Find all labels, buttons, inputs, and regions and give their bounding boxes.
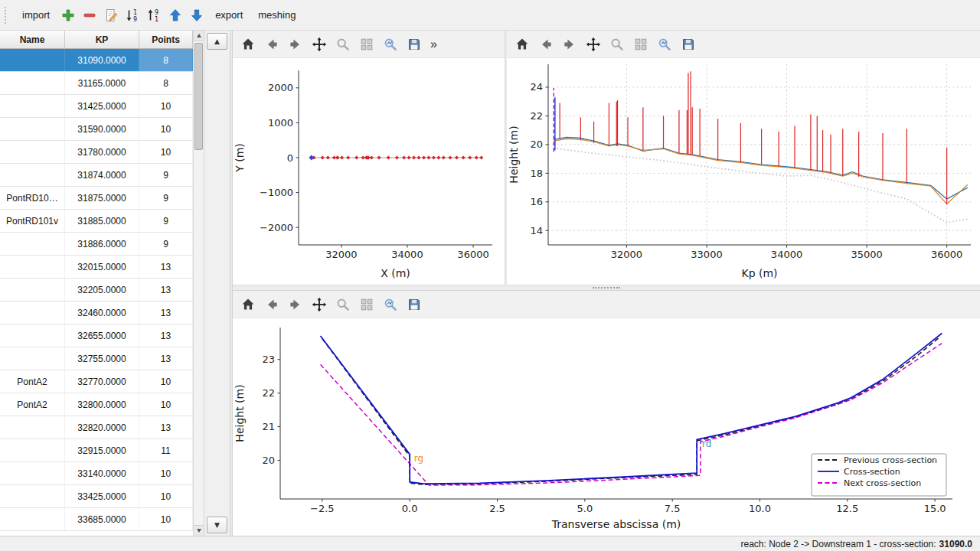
save-button[interactable]: [403, 294, 425, 315]
home-button[interactable]: [237, 294, 259, 315]
zoom-button[interactable]: [332, 294, 354, 315]
table-row[interactable]: 32820.000013: [0, 416, 193, 439]
customize-icon: [383, 297, 398, 312]
back-button[interactable]: [261, 34, 283, 55]
edit-button[interactable]: [101, 5, 121, 25]
back-button[interactable]: [535, 34, 557, 55]
plan-view-chart[interactable]: 320003400036000−2000−1000010002000X (m)Y…: [233, 58, 505, 285]
svg-text:1000: 1000: [268, 117, 293, 129]
cell-kp: 31885.0000: [65, 210, 139, 232]
customize-button[interactable]: [380, 34, 401, 55]
customize-button[interactable]: [654, 34, 675, 55]
svg-text:Transverse abscissa (m): Transverse abscissa (m): [551, 518, 681, 530]
toolbar-grip[interactable]: [5, 7, 9, 24]
save-button[interactable]: [403, 34, 425, 55]
column-header-kp[interactable]: KP: [65, 31, 139, 48]
add-button[interactable]: [58, 5, 78, 25]
table-row[interactable]: PontA232770.000010: [0, 370, 193, 393]
customize-button[interactable]: [380, 294, 401, 315]
zoom-button[interactable]: [606, 34, 628, 55]
plan-view-toolbar: »: [233, 31, 505, 58]
home-button[interactable]: [511, 34, 533, 55]
table-row[interactable]: 31780.000010: [0, 141, 193, 164]
cell-name: [0, 118, 65, 140]
forward-button[interactable]: [559, 34, 580, 55]
scroll-down-icon: [197, 529, 201, 533]
pan-button[interactable]: [309, 294, 330, 315]
cell-kp: 32205.0000: [65, 279, 139, 301]
table-row[interactable]: 31874.00009: [0, 164, 193, 187]
table-row[interactable]: 31590.000010: [0, 118, 193, 141]
table-row[interactable]: PontRD10…31875.00009: [0, 187, 193, 210]
longitudinal-profile-chart[interactable]: 3200033000340003500036000141618202224Kp …: [507, 58, 980, 285]
plots-panel: » 320003400036000−2000−1000010002000X (m…: [233, 31, 980, 536]
pan-button[interactable]: [583, 34, 604, 55]
svg-text:2.5: 2.5: [489, 503, 505, 514]
table-row[interactable]: 32655.000013: [0, 324, 193, 347]
zoom-button[interactable]: [332, 34, 354, 55]
forward-icon: [288, 297, 303, 312]
cell-name: [0, 164, 65, 186]
cross-section-chart[interactable]: rgrd−2.50.02.55.07.510.012.515.020212223…: [233, 318, 980, 536]
table-row[interactable]: 32205.000013: [0, 279, 193, 302]
back-button[interactable]: [261, 294, 283, 315]
table-row[interactable]: 31090.00008: [0, 49, 193, 72]
table-row[interactable]: 33140.000010: [0, 462, 193, 485]
menu-meshing[interactable]: meshing: [251, 5, 302, 24]
svg-text:24: 24: [530, 81, 543, 93]
table-row[interactable]: 32460.000013: [0, 302, 193, 324]
sort-descending-button[interactable]: 91: [144, 5, 164, 25]
pan-button[interactable]: [309, 34, 330, 55]
remove-button[interactable]: [80, 5, 100, 25]
subplots-button[interactable]: [356, 34, 377, 55]
move-up-button[interactable]: [165, 5, 185, 25]
scroll-down-button[interactable]: [194, 525, 204, 536]
horizontal-splitter[interactable]: [233, 285, 980, 291]
table-row[interactable]: 31886.00009: [0, 233, 193, 256]
back-icon: [264, 37, 279, 52]
cell-kp: 32770.0000: [65, 370, 139, 393]
table-row[interactable]: 33685.000010: [0, 508, 193, 531]
scroll-up-button[interactable]: [194, 31, 204, 41]
move-row-up-button[interactable]: ▲: [207, 33, 227, 50]
svg-text:5.0: 5.0: [577, 503, 593, 514]
table-row[interactable]: 33425.000010: [0, 485, 193, 508]
cell-name: [0, 347, 65, 370]
svg-text:32000: 32000: [325, 249, 357, 260]
move-row-down-button[interactable]: ▼: [207, 517, 227, 533]
save-button[interactable]: [678, 34, 699, 55]
column-header-name[interactable]: Name: [0, 31, 65, 48]
move-down-button[interactable]: [187, 5, 207, 25]
cell-points: 13: [139, 416, 193, 439]
table-row[interactable]: 32015.000013: [0, 256, 193, 279]
table-row[interactable]: PontA232800.000010: [0, 393, 193, 416]
table-row[interactable]: 31425.000010: [0, 95, 193, 118]
table-row[interactable]: 32915.000011: [0, 439, 193, 462]
svg-text:9: 9: [133, 16, 137, 23]
scrollbar-thumb[interactable]: [194, 43, 203, 150]
forward-button[interactable]: [285, 294, 306, 315]
sort-ascending-button[interactable]: 19: [122, 5, 142, 25]
menu-export[interactable]: export: [208, 5, 250, 24]
table-row[interactable]: 31165.00008: [0, 72, 193, 95]
table-row[interactable]: PontRD101v31885.00009: [0, 210, 193, 233]
table-row[interactable]: 32755.000013: [0, 347, 193, 370]
toolbar-overflow-button[interactable]: »: [430, 37, 437, 51]
column-header-points[interactable]: Points: [139, 31, 193, 48]
scroll-up-icon: [197, 34, 201, 37]
home-button[interactable]: [237, 34, 259, 55]
table-scrollbar[interactable]: [193, 31, 204, 536]
subplots-button[interactable]: [630, 34, 652, 55]
cross-sections-panel: NameKPPoints31090.0000831165.0000831425.…: [0, 31, 230, 536]
cell-name: [0, 49, 65, 71]
svg-text:36000: 36000: [931, 249, 962, 260]
subplots-button[interactable]: [356, 294, 377, 315]
zoom-icon: [335, 297, 351, 312]
cell-name: [0, 302, 65, 324]
main-content: NameKPPoints31090.0000831165.0000831425.…: [0, 31, 980, 536]
application-window: import1991exportmeshing NameKPPoints3109…: [0, 0, 980, 551]
menu-import[interactable]: import: [15, 5, 57, 24]
cell-kp: 31090.0000: [65, 49, 139, 71]
forward-button[interactable]: [285, 34, 306, 55]
cell-name: [0, 416, 65, 439]
